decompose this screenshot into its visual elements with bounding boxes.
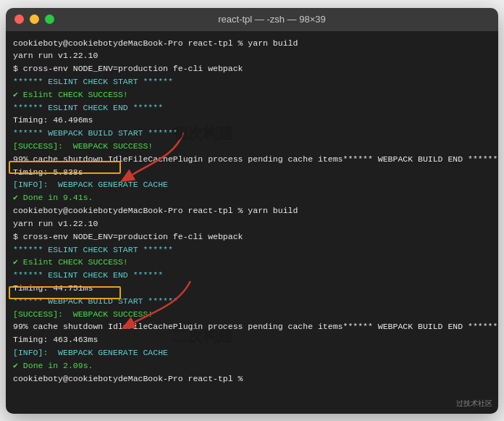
second-build-label: 二次构建 xyxy=(172,325,233,349)
terminal-line: $ cross-env NODE_ENV=production fe-cli w… xyxy=(13,62,491,75)
terminal-line: [INFO]: WEBPACK GENERATE CACHE xyxy=(13,346,491,359)
first-build-highlight-box xyxy=(9,161,121,174)
terminal-line: yarn run v1.22.10 xyxy=(13,217,491,230)
terminal-line: [SUCCESS]: WEBPACK SUCCESS! xyxy=(13,140,491,153)
maximize-button[interactable] xyxy=(45,14,54,24)
terminal-line: ****** ESLINT CHECK START ****** xyxy=(13,243,491,257)
terminal-line: ****** ESLINT CHECK END ****** xyxy=(13,269,491,282)
close-button[interactable] xyxy=(14,14,24,24)
terminal-line: ✔ Done in 2.09s. xyxy=(13,359,93,372)
traffic-lights xyxy=(14,14,54,24)
terminal-line: cookieboty@cookiebotydeMacBook-Pro react… xyxy=(13,372,491,385)
window-title: react-tpl — -zsh — 98×39 xyxy=(54,14,490,25)
terminal-line: Timing: 46.496ms xyxy=(13,114,491,127)
terminal-line: Timing: 463.463ms xyxy=(13,333,491,346)
terminal-line: ****** ESLINT CHECK END ****** xyxy=(13,101,491,114)
terminal-line: cookieboty@cookiebotydeMacBook-Pro react… xyxy=(13,204,491,217)
terminal-line: ✔ Eslint CHECK SUCCESS! xyxy=(13,256,491,269)
terminal-body[interactable]: cookieboty@cookiebotydeMacBook-Pro react… xyxy=(6,31,498,414)
terminal-line: ✔ Eslint CHECK SUCCESS! xyxy=(13,88,491,101)
terminal-line: ****** WEBPACK BUILD START ****** xyxy=(13,127,491,140)
second-build-highlight-box xyxy=(9,286,121,299)
terminal-line: ✔ Done in 9.41s. xyxy=(13,191,93,204)
terminal-line: ****** ESLINT CHECK START ****** xyxy=(13,75,491,88)
watermark: 过技术社区 xyxy=(456,398,492,409)
terminal-line: [SUCCESS]: WEBPACK SUCCESS! xyxy=(13,308,491,321)
terminal-output: cookieboty@cookiebotydeMacBook-Pro react… xyxy=(13,37,491,385)
terminal-line: $ cross-env NODE_ENV=production fe-cli w… xyxy=(13,230,491,243)
terminal-window: react-tpl — -zsh — 98×39 cookieboty@cook… xyxy=(6,8,498,414)
title-bar: react-tpl — -zsh — 98×39 xyxy=(6,8,498,31)
first-build-label: 初次构建 xyxy=(172,122,233,146)
terminal-line: 99% cache shutdown IdleFileCachePlugin p… xyxy=(13,320,491,333)
terminal-line: yarn run v1.22.10 xyxy=(13,49,491,62)
terminal-line: [INFO]: WEBPACK GENERATE CACHE xyxy=(13,178,491,191)
minimize-button[interactable] xyxy=(30,14,39,24)
terminal-line: cookieboty@cookiebotydeMacBook-Pro react… xyxy=(13,37,491,50)
